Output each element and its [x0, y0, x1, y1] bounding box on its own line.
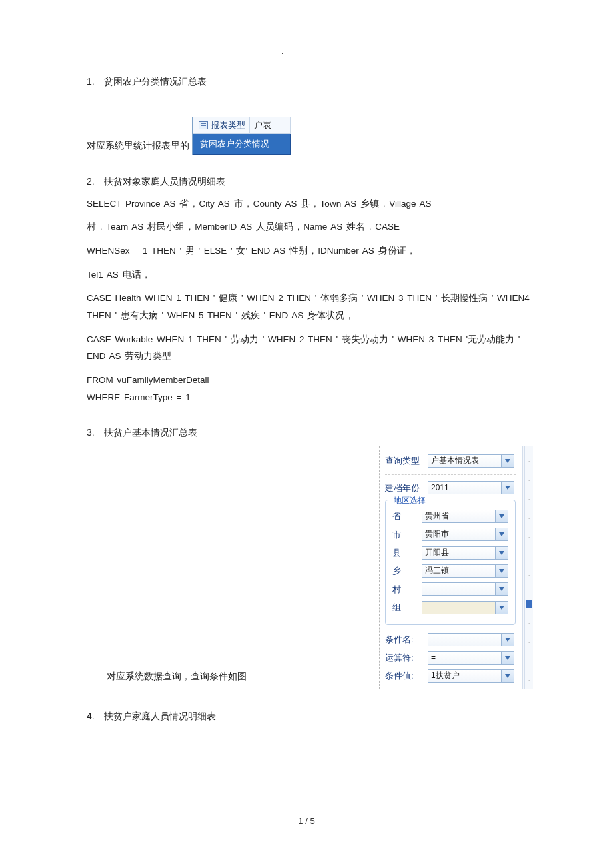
section-4-num: 4. — [87, 708, 101, 725]
query-type-select-text: 户基本情况表 — [431, 454, 501, 468]
report-type-panel: 报表类型 户表 贫困农户分类情况 — [192, 117, 291, 154]
region-select-1[interactable]: 贵阳市 — [422, 528, 508, 541]
chevron-down-icon — [501, 670, 514, 682]
region-legend[interactable]: 地区选择 — [391, 494, 428, 508]
sql-line-1: SELECT Province AS 省 , City AS 市 , Count… — [87, 195, 533, 213]
section-4: 4. 扶贫户家庭人员情况明细表 — [87, 708, 533, 725]
sql-block: SELECT Province AS 省 , City AS 市 , Count… — [87, 195, 533, 406]
region-fieldset: 地区选择 省贵州省市贵阳市县开阳县乡冯三镇村组 — [385, 500, 516, 625]
region-select-text: 贵阳市 — [425, 527, 495, 542]
section-1-text: 贫困农户分类情况汇总表 — [104, 76, 207, 87]
query-panel: 查询类型 户基本情况表 建档年份 2011 — [379, 446, 516, 689]
year-select[interactable]: 2011 — [428, 481, 514, 494]
cond-value-row: 条件值: 1扶贫户 — [385, 668, 516, 683]
region-select-text: 冯三镇 — [425, 564, 495, 578]
cond-name-label: 条件名: — [385, 632, 428, 647]
section-3-title: 3. 扶贫户基本情况汇总表 — [87, 424, 533, 441]
operator-row: 运算符: = — [385, 650, 516, 665]
region-row-label: 乡 — [392, 563, 422, 578]
section-1: 1. 贫困农户分类情况汇总表 对应系统里统计报表里的 报表类型 户表 贫困农户分… — [87, 73, 533, 155]
report-type-label: 报表类型 — [211, 117, 245, 133]
operator-select[interactable]: = — [428, 651, 514, 665]
region-row: 村 — [392, 582, 508, 597]
chevron-down-icon — [495, 583, 508, 595]
top-dot: . — [281, 47, 283, 56]
section-3-caption: 对应系统数据查询，查询条件如图 — [107, 668, 372, 689]
region-select-text: 开阳县 — [425, 546, 495, 560]
section-2-num: 2. — [87, 173, 101, 190]
section-3-text: 扶贫户基本情况汇总表 — [104, 427, 197, 438]
cond-value-select[interactable]: 1扶贫户 — [428, 669, 514, 683]
region-row: 组 — [392, 600, 508, 615]
section-3-num: 3. — [87, 424, 101, 441]
page: . 1. 贫困农户分类情况汇总表 对应系统里统计报表里的 报表类型 户表 贫困农… — [0, 0, 613, 839]
query-type-label: 查询类型 — [385, 453, 428, 468]
query-type-row: 查询类型 户基本情况表 — [385, 453, 516, 474]
report-type-highlight[interactable]: 贫困农户分类情况 — [193, 134, 291, 154]
section-2-text: 扶贫对象家庭人员情况明细表 — [104, 176, 225, 187]
sql-line-3: WHENSex = 1 THEN ' 男 ' ELSE ' 女' END AS … — [87, 242, 533, 260]
region-select-3[interactable]: 冯三镇 — [422, 564, 508, 578]
region-select-5 — [422, 601, 508, 614]
region-row: 省贵州省 — [392, 508, 508, 524]
region-row-label: 村 — [392, 582, 422, 597]
chevron-down-icon — [495, 547, 508, 559]
region-row-label: 县 — [392, 545, 422, 560]
cond-name-select[interactable] — [428, 633, 514, 646]
section-1-num: 1. — [87, 73, 101, 90]
chevron-down-icon — [495, 528, 508, 540]
section-2: 2. 扶贫对象家庭人员情况明细表 SELECT Province AS 省 , … — [87, 173, 533, 406]
region-row: 县开阳县 — [392, 545, 508, 560]
report-type-label-cell: 报表类型 — [193, 117, 249, 133]
chevron-down-icon — [501, 634, 514, 646]
cond-value-text: 1扶贫户 — [431, 669, 501, 683]
query-type-select[interactable]: 户基本情况表 — [428, 454, 514, 468]
chevron-down-icon — [495, 565, 508, 577]
region-row-label: 市 — [392, 527, 422, 542]
section-1-title: 1. 贫困农户分类情况汇总表 — [87, 73, 533, 90]
sql-line-6: CASE Workable WHEN 1 THEN ' 劳动力 ' WHEN 2… — [87, 331, 533, 365]
year-select-text: 2011 — [431, 481, 501, 496]
chevron-down-icon — [501, 652, 514, 664]
sql-line-8: WHERE FarmerType = 1 — [87, 389, 533, 406]
cond-name-row: 条件名: — [385, 632, 516, 647]
sql-line-2: 村 , Team AS 村民小组 , MemberID AS 人员编码 , Na… — [87, 218, 533, 236]
report-type-value[interactable]: 户表 — [249, 117, 290, 133]
chevron-down-icon — [495, 602, 508, 614]
section-2-title: 2. 扶贫对象家庭人员情况明细表 — [87, 173, 533, 190]
section-3: 3. 扶贫户基本情况汇总表 对应系统数据查询，查询条件如图 查询类型 户基本情况… — [87, 424, 533, 689]
rail-highlight — [526, 600, 532, 608]
section-4-title: 4. 扶贫户家庭人员情况明细表 — [87, 708, 533, 725]
region-row-label: 省 — [392, 508, 422, 524]
section-4-text: 扶贫户家庭人员情况明细表 — [104, 711, 216, 721]
region-select-text: 贵州省 — [425, 509, 495, 524]
sql-line-7: FROM vuFamilyMemberDetail — [87, 372, 533, 389]
sql-line-5: CASE Health WHEN 1 THEN ' 健康 ' WHEN 2 TH… — [87, 290, 533, 324]
page-number: 1 / 5 — [0, 816, 613, 826]
chevron-down-icon — [501, 455, 514, 467]
region-select-2[interactable]: 开阳县 — [422, 546, 508, 560]
operator-text: = — [431, 651, 501, 665]
chevron-down-icon — [495, 510, 508, 522]
region-select-4[interactable] — [422, 582, 508, 596]
document-icon — [199, 121, 208, 129]
right-rail: ... ... .. ... . — [522, 446, 533, 689]
region-row-label: 组 — [392, 600, 422, 615]
sql-line-4: Tel1 AS 电话 , — [87, 266, 533, 284]
section-1-lead: 对应系统里统计报表里的 — [87, 137, 189, 154]
chevron-down-icon — [501, 482, 514, 494]
cond-value-label: 条件值: — [385, 668, 428, 683]
region-select-0[interactable]: 贵州省 — [422, 510, 508, 523]
region-row: 乡冯三镇 — [392, 563, 508, 578]
region-row: 市贵阳市 — [392, 527, 508, 542]
operator-label: 运算符: — [385, 650, 428, 665]
